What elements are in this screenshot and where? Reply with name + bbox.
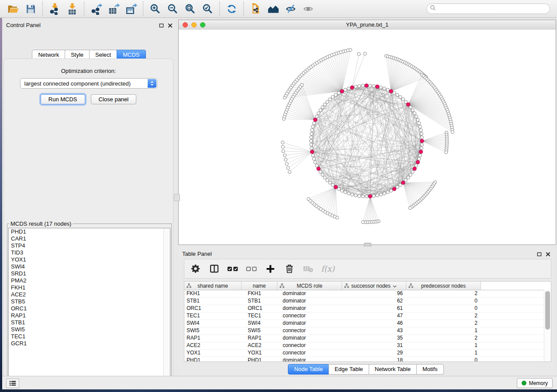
table-row[interactable]: RAP1RAP1dominator352 — [184, 335, 551, 342]
mcds-result-item[interactable]: PMA2 — [9, 277, 170, 284]
table-cell: 1 — [406, 327, 481, 334]
table-row[interactable]: TEC1TEC1connector472 — [184, 313, 551, 320]
zoom-fit-icon[interactable] — [181, 1, 199, 16]
reload-icon[interactable] — [223, 1, 240, 16]
result-list-scrollbar[interactable] — [163, 228, 170, 381]
export-image-icon[interactable] — [122, 1, 140, 16]
export-table-icon[interactable] — [105, 1, 122, 16]
memory-status-icon — [522, 381, 526, 385]
table-cell: connector — [277, 313, 342, 320]
zoom-in-icon[interactable] — [146, 1, 164, 16]
column-header-predecessor-nodes[interactable]: predecessor nodes — [406, 282, 481, 290]
search-input[interactable] — [436, 5, 547, 12]
tab-node-table[interactable]: Node Table — [288, 364, 329, 375]
unselect-all-icon[interactable] — [246, 263, 257, 275]
table-cell: 96 — [342, 290, 406, 297]
column-tree-icon — [280, 283, 284, 289]
maximize-window-icon[interactable] — [200, 22, 205, 28]
table-row[interactable]: FKH1FKH1dominator962 — [184, 290, 551, 298]
panes-icon[interactable] — [208, 263, 220, 275]
table-row[interactable]: YOX1YOX1connector291 — [184, 350, 551, 357]
table-cell: 46 — [342, 320, 406, 327]
task-history-button[interactable] — [6, 378, 19, 388]
close-panel-icon[interactable] — [168, 22, 173, 30]
mcds-result-list[interactable]: PHD1CAR1STP4TID3YOX1SWI4SRD1PMA2FKH1ACE2… — [8, 228, 170, 382]
mcds-result-item[interactable]: STP4 — [9, 242, 170, 249]
status-bar: Memory — [2, 376, 557, 389]
export-network-icon[interactable] — [87, 1, 105, 16]
table-cell: ORC1 — [242, 305, 277, 312]
add-icon[interactable] — [265, 263, 276, 275]
table-cell: SWI5 — [242, 327, 277, 334]
mcds-result-item[interactable]: ACE2 — [9, 291, 170, 298]
table-row[interactable]: SWI5SWI5connector431 — [184, 327, 551, 335]
gear-icon[interactable] — [190, 263, 201, 275]
tab-motifs[interactable]: Motifs — [416, 364, 444, 375]
mcds-result-item[interactable]: SWI5 — [9, 326, 170, 333]
mcds-result-item[interactable]: YOX1 — [9, 256, 170, 263]
control-panel-titlebar: Control Panel — [2, 18, 176, 31]
trash-icon[interactable] — [284, 263, 295, 275]
table-row[interactable]: STB1STB1dominator620 — [184, 298, 551, 305]
column-header-shared-name[interactable]: shared name — [184, 282, 242, 290]
table-cell: 0 — [406, 305, 481, 312]
mcds-result-item[interactable]: SRD1 — [9, 270, 170, 277]
select-stepper-icon — [148, 79, 156, 88]
eye-slash-icon[interactable] — [282, 1, 299, 16]
open-file-icon[interactable] — [4, 1, 22, 16]
column-header-successor-nodes[interactable]: successor nodes — [342, 282, 406, 290]
network-canvas[interactable] — [179, 30, 556, 244]
mcds-result-item[interactable]: PHD1 — [9, 228, 170, 235]
table-row[interactable]: SWI4SWI4dominator462 — [184, 320, 551, 327]
vertical-splitter-handle[interactable] — [174, 194, 180, 201]
mcds-result-item[interactable]: RAP1 — [9, 312, 170, 319]
ndex-file-icon[interactable] — [247, 1, 264, 16]
close-window-icon[interactable] — [183, 22, 188, 28]
float-panel-icon[interactable] — [537, 251, 542, 258]
table-cell: 35 — [342, 335, 406, 342]
import-table-icon[interactable] — [63, 1, 81, 16]
mcds-result-item[interactable]: FKH1 — [9, 284, 170, 291]
zoom-selected-icon[interactable] — [199, 1, 216, 16]
mcds-result-item[interactable]: TEC1 — [9, 333, 170, 340]
mcds-result-group: MCDS result (17 nodes) PHD1CAR1STP4TID3Y… — [7, 220, 172, 384]
table-cell: 47 — [342, 313, 406, 320]
tab-edge-table[interactable]: Edge Table — [329, 364, 369, 375]
table-cell: 2 — [406, 320, 481, 327]
minimize-window-icon[interactable] — [191, 22, 197, 28]
zoom-out-icon[interactable] — [164, 1, 181, 16]
mcds-result-item[interactable]: SWI4 — [9, 263, 170, 270]
table-row[interactable]: PHD1PHD1dominator180 — [184, 357, 551, 362]
tab-network-table[interactable]: Network Table — [369, 364, 417, 375]
table-cell: 0 — [406, 298, 481, 305]
column-header-label: shared name — [197, 283, 228, 289]
close-panel-icon[interactable] — [546, 251, 550, 258]
column-header-MCDS-role[interactable]: MCDS role — [277, 282, 342, 290]
table-scrollbar-thumb[interactable] — [545, 291, 550, 330]
mcds-result-item[interactable]: CAR1 — [9, 235, 170, 242]
float-panel-icon[interactable] — [159, 22, 164, 30]
search-box[interactable] — [426, 3, 550, 14]
mcds-result-item[interactable]: STB5 — [9, 298, 170, 305]
table-row[interactable]: ACE2ACE2connector311 — [184, 342, 551, 350]
run-mcds-button[interactable]: Run MCDS — [41, 94, 85, 104]
network-view-titlebar[interactable]: YPA_prune.txt_1 — [179, 20, 556, 30]
column-header-name[interactable]: name — [242, 282, 277, 290]
table-cell: 31 — [342, 342, 406, 349]
save-icon[interactable] — [22, 1, 39, 16]
optimization-criterion-select[interactable]: largest connected component (undirected) — [20, 78, 157, 89]
houses-icon[interactable] — [264, 1, 282, 16]
select-all-icon[interactable] — [227, 263, 239, 275]
table-scrollbar[interactable] — [544, 290, 551, 361]
mcds-result-item[interactable]: ORC1 — [9, 305, 170, 312]
mcds-result-item[interactable]: STB1 — [9, 319, 170, 326]
function-builder-icon[interactable]: f(x) — [321, 264, 335, 273]
mcds-result-item[interactable]: GCR1 — [9, 340, 170, 347]
mcds-result-item[interactable]: TID3 — [9, 249, 170, 256]
table-cell: 18 — [342, 357, 406, 362]
table-cell: 29 — [342, 350, 406, 357]
close-panel-button[interactable]: Close panel — [91, 94, 137, 104]
table-row[interactable]: ORC1ORC1dominator610 — [184, 305, 551, 313]
import-network-icon[interactable] — [46, 1, 63, 16]
memory-button[interactable]: Memory — [517, 378, 553, 388]
